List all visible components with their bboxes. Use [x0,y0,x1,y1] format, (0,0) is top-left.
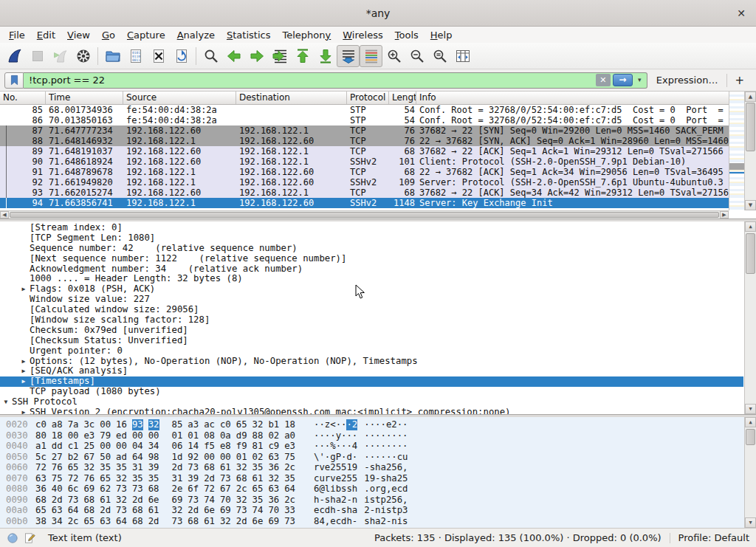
hex-byte[interactable]: 2d [188,505,199,516]
hex-byte[interactable]: 64 [284,484,295,495]
hex-vscrollbar[interactable]: ▲ ▼ [744,417,756,528]
packet-row-91[interactable]: 9171.648789678192.168.122.1192.168.122.6… [0,167,729,177]
hex-byte[interactable]: 67 [83,452,94,463]
detail-line[interactable]: [Stream index: 0] [0,223,743,233]
ascii-char[interactable]: r [314,462,319,473]
hex-byte[interactable]: 31 [132,462,143,473]
hex-byte[interactable]: 76 [52,462,63,473]
hex-byte[interactable]: 63 [100,516,111,527]
ascii-char[interactable]: · [402,419,408,430]
ascii-char[interactable]: · [375,419,380,430]
hex-byte[interactable]: 2e [172,484,183,495]
ascii-char[interactable]: n [391,516,396,527]
ascii-char[interactable]: · [336,419,341,430]
hex-byte[interactable]: b2 [68,452,79,463]
hex-byte[interactable]: 34 [52,516,63,527]
detail-line[interactable]: ▶Flags: 0x018 (PSH, ACK) [0,284,743,295]
hex-byte[interactable]: 2c [284,462,295,473]
ascii-char[interactable]: g [380,484,385,495]
hex-byte[interactable]: 32 [220,516,231,527]
hex-byte[interactable]: 68 [188,516,199,527]
ascii-char[interactable]: - [375,473,380,484]
ascii-char[interactable]: e [336,473,341,484]
hex-byte[interactable]: 2d [148,516,159,527]
ascii-char[interactable]: h [346,505,351,516]
hex-byte[interactable]: 2d [236,516,247,527]
hex-byte[interactable]: 02 [268,430,279,441]
hex-byte[interactable]: 72 [204,484,215,495]
menu-statistics[interactable]: Statistics [221,28,277,42]
zoom-in-button[interactable] [382,45,405,67]
hex-byte[interactable]: 64 [116,516,127,527]
hex-byte[interactable]: 18 [52,430,63,441]
ascii-char[interactable]: - [364,462,369,473]
hex-byte[interactable]: 65 [35,505,47,516]
hex-byte[interactable]: 36 [35,484,47,495]
ascii-char[interactable]: · [397,430,402,441]
detail-line[interactable]: Urgent pointer: 0 [0,346,743,357]
scroll-up-arrow[interactable]: ▲ [745,92,756,102]
ascii-char[interactable]: 5 [391,462,396,473]
ascii-char[interactable]: 2 [380,516,385,527]
go-to-first-button[interactable] [291,45,314,67]
ascii-char[interactable]: · [319,419,324,430]
hex-byte[interactable]: 61 [204,516,215,527]
ascii-char[interactable]: · [391,441,396,452]
hex-byte[interactable]: 65 [68,462,79,473]
hex-byte[interactable]: 61 [100,495,111,506]
ascii-char[interactable]: d [341,516,346,527]
ascii-char[interactable]: < [330,419,335,430]
ascii-char[interactable]: c [397,484,402,495]
hex-byte[interactable]: 27 [52,452,63,463]
hex-byte[interactable]: 73 [116,505,127,516]
hscroll-thumb[interactable] [10,212,719,218]
hex-byte[interactable]: 72 [68,473,79,484]
detail-line[interactable]: Window size value: 227 [0,295,743,305]
hex-byte[interactable]: 65 [100,473,111,484]
ascii-char[interactable]: · [375,452,380,463]
ascii-char[interactable]: 5 [336,462,341,473]
hex-byte[interactable]: 63 [268,452,279,463]
filter-dropdown-arrow[interactable]: ▾ [635,74,645,86]
ascii-char[interactable]: · [386,430,391,441]
hex-byte[interactable]: 74 [204,495,215,506]
ascii-char[interactable]: · [402,430,408,441]
hex-byte[interactable]: 74 [252,505,264,516]
scroll-thumb[interactable] [746,233,755,274]
packet-row-93[interactable]: 9371.662015274192.168.122.60192.168.122.… [0,188,729,198]
hex-byte[interactable]: 70 [268,505,279,516]
filter-clear-button[interactable]: ✕ [596,74,611,86]
hex-byte[interactable]: d9 [236,430,247,441]
filter-bookmark-button[interactable] [4,72,24,89]
ascii-char[interactable]: r [325,473,330,484]
hex-byte[interactable]: c1 [68,441,79,452]
hex-byte[interactable]: 98 [148,452,159,463]
capture-comment-icon[interactable] [24,532,35,544]
ascii-char[interactable]: s [402,516,408,527]
hex-byte[interactable]: 63 [268,484,279,495]
ascii-char[interactable]: 5 [402,473,408,484]
hex-byte[interactable]: 08 [204,430,215,441]
ascii-char[interactable]: · [325,452,330,463]
hex-byte[interactable]: 31 [172,473,183,484]
ascii-char[interactable]: o [370,484,375,495]
hex-byte[interactable]: 00 [220,452,231,463]
hex-byte[interactable]: 1d [172,452,183,463]
ascii-char[interactable]: y [336,430,341,441]
hex-byte[interactable]: 38 [35,516,47,527]
scroll-up-arrow[interactable]: ▲ [745,417,756,427]
hex-byte[interactable]: 73 [188,462,199,473]
packet-row-89[interactable]: 8971.648191037192.168.122.60192.168.122.… [0,146,729,156]
hex-byte[interactable]: 01 [236,452,247,463]
hex-byte[interactable]: 68 [83,495,94,506]
packet-row-88[interactable]: 8871.648146932192.168.122.1192.168.122.6… [0,136,729,146]
scroll-thumb[interactable] [746,103,755,151]
hex-byte[interactable]: c9 [268,441,279,452]
hex-byte[interactable]: 01 [188,430,199,441]
go-forward-button[interactable] [245,45,268,67]
hex-byte[interactable]: 39 [188,473,199,484]
hex-byte[interactable]: 00 [68,430,79,441]
hex-byte[interactable]: 36 [268,462,279,473]
ascii-char[interactable]: a [380,462,385,473]
hex-byte[interactable]: 63 [52,505,63,516]
